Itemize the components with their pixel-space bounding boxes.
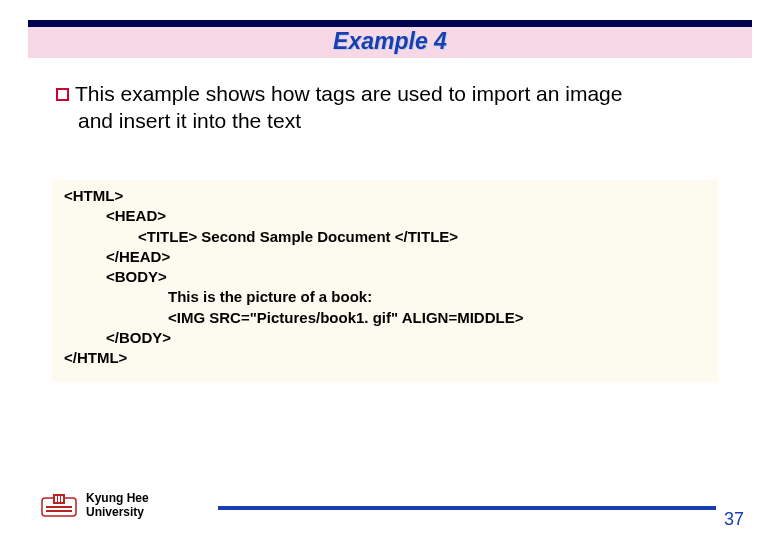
code-line: <HEAD> [106, 206, 706, 226]
university-name-line2: University [86, 506, 149, 520]
footer-rule [218, 506, 716, 510]
code-tag: </TITLE> [395, 228, 458, 245]
svg-rect-5 [46, 506, 72, 508]
square-bullet-icon [56, 88, 69, 101]
bullet-text-line1: This example shows how tags are used to … [75, 82, 622, 105]
svg-rect-3 [58, 496, 60, 502]
university-name-line1: Kyung Hee [86, 492, 149, 506]
footer: Kyung Hee University [40, 492, 149, 520]
code-line: </HTML> [64, 348, 706, 368]
slide-title: Example 4 [333, 28, 447, 55]
code-tag: <TITLE> [138, 228, 197, 245]
page-number: 37 [724, 509, 744, 530]
code-line: This is the picture of a book: [168, 287, 706, 307]
bullet-item: This example shows how tags are used to … [56, 80, 740, 135]
code-line: </BODY> [106, 328, 706, 348]
svg-rect-2 [55, 496, 57, 502]
code-block: <HTML> <HEAD> <TITLE> Second Sample Docu… [52, 180, 718, 382]
university-name: Kyung Hee University [86, 492, 149, 520]
slide: Example 4 This example shows how tags ar… [0, 0, 780, 540]
code-line: <IMG SRC="Pictures/book1. gif" ALIGN=MID… [168, 308, 706, 328]
code-line: </HEAD> [106, 247, 706, 267]
title-band: Example 4 [28, 20, 752, 58]
code-line: <HTML> [64, 186, 706, 206]
university-logo-icon [40, 492, 78, 520]
svg-rect-6 [46, 510, 72, 512]
code-text: Second Sample Document [197, 228, 395, 245]
bullet-text-line2: and insert it into the text [78, 107, 740, 134]
code-line: <BODY> [106, 267, 706, 287]
svg-rect-4 [61, 496, 63, 502]
code-line: <TITLE> Second Sample Document </TITLE> [138, 227, 706, 247]
